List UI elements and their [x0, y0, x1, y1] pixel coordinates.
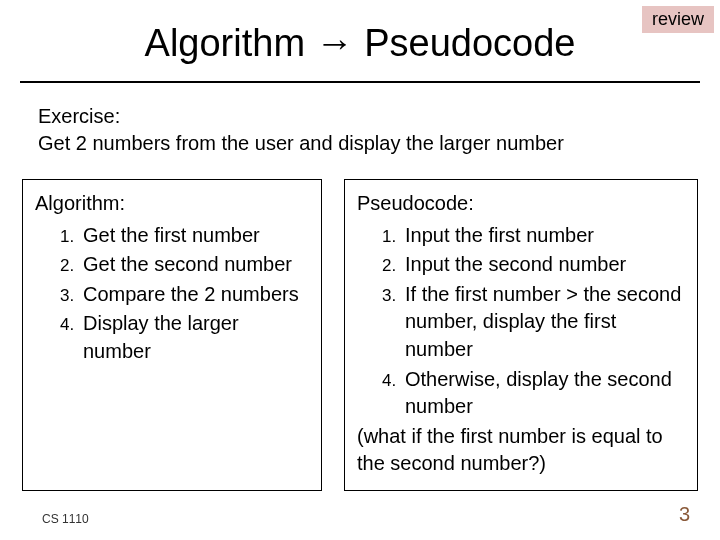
pseudocode-list: Input the first number Input the second … — [357, 222, 685, 421]
algorithm-box: Algorithm: Get the first number Get the … — [22, 179, 322, 491]
review-badge: review — [642, 6, 714, 33]
page-number: 3 — [679, 503, 690, 526]
exercise-text: Get 2 numbers from the user and display … — [38, 130, 682, 157]
algorithm-heading: Algorithm: — [35, 190, 309, 218]
list-item: Input the first number — [401, 222, 685, 250]
list-item: Get the first number — [79, 222, 309, 250]
title-area: Algorithm → Pseudocode — [0, 0, 720, 75]
list-item: Get the second number — [79, 251, 309, 279]
list-item: Input the second number — [401, 251, 685, 279]
columns: Algorithm: Get the first number Get the … — [0, 171, 720, 491]
pseudocode-heading: Pseudocode: — [357, 190, 685, 218]
slide-title: Algorithm → Pseudocode — [145, 22, 576, 65]
list-item: Display the larger number — [79, 310, 309, 365]
pseudocode-box: Pseudocode: Input the first number Input… — [344, 179, 698, 491]
course-code: CS 1110 — [42, 512, 89, 526]
exercise-label: Exercise: — [38, 103, 682, 130]
pseudocode-note: (what if the first number is equal to th… — [357, 423, 685, 478]
exercise-block: Exercise: Get 2 numbers from the user an… — [0, 83, 720, 171]
list-item: Compare the 2 numbers — [79, 281, 309, 309]
list-item: Otherwise, display the second number — [401, 366, 685, 421]
footer: CS 1110 3 — [0, 503, 720, 526]
list-item: If the first number > the second number,… — [401, 281, 685, 364]
algorithm-list: Get the first number Get the second numb… — [35, 222, 309, 366]
